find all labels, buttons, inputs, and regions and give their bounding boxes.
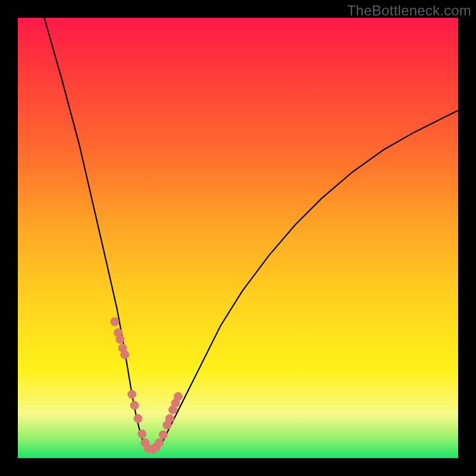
scatter-points	[111, 318, 183, 454]
bottleneck-curve	[44, 18, 458, 452]
scatter-point	[174, 392, 182, 400]
scatter-point	[116, 335, 124, 343]
scatter-point	[111, 318, 119, 326]
scatter-point	[134, 414, 142, 422]
scatter-point	[155, 439, 164, 447]
scatter-point	[121, 350, 129, 359]
scatter-point	[138, 430, 146, 438]
chart-frame: TheBottleneck.com	[0, 0, 476, 476]
curve-layer	[18, 18, 458, 458]
watermark-text: TheBottleneck.com	[347, 2, 471, 19]
scatter-point	[159, 431, 167, 439]
scatter-point	[165, 414, 174, 422]
scatter-point	[130, 401, 139, 409]
plot-area	[18, 18, 458, 458]
scatter-point	[128, 390, 136, 399]
